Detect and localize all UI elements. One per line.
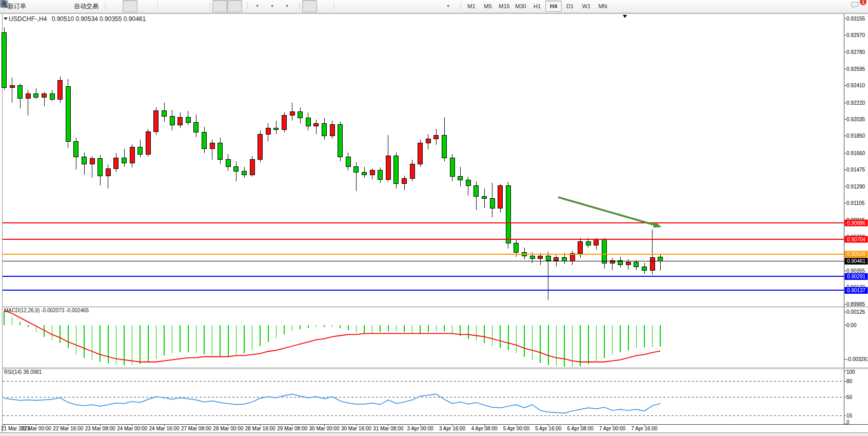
rsi-tick-label: 0	[846, 420, 850, 425]
notifications-button[interactable]: 1	[850, 0, 865, 12]
toolbar-grip[interactable]	[460, 3, 462, 10]
price-tick-label: 0.92410	[846, 83, 865, 88]
line-price-label: 0.90539	[847, 251, 866, 257]
rsi-tick-label: 50	[846, 394, 853, 400]
new-order-label: 新订单	[8, 2, 26, 11]
new-chart-button[interactable]: ▾	[250, 0, 265, 12]
marketplace-button[interactable]	[28, 0, 43, 12]
time-tick-label: 30 Mar 00:00	[309, 426, 340, 431]
time-tick-label: 30 Mar 16:00	[341, 426, 371, 431]
line-price-label: 0.90704	[847, 237, 866, 242]
price-tick-label: 0.91290	[846, 184, 865, 189]
toolbar-group-charttype	[102, 0, 154, 12]
horizontal-line-button[interactable]	[351, 0, 366, 12]
price-tick-label: 0.91850	[846, 133, 865, 139]
chevron-down-icon: ▾	[271, 4, 273, 8]
line-price-label: 0.90461	[847, 258, 866, 264]
candlestick-button[interactable]	[123, 0, 137, 12]
time-tick-label: 5 Apr 00:00	[503, 426, 530, 431]
zoom-in-button[interactable]	[160, 0, 175, 12]
toolbar-grip[interactable]	[209, 3, 211, 10]
bar-chart-button[interactable]	[108, 0, 123, 12]
text-button[interactable]: A	[411, 0, 426, 12]
price-tick-label: 0.92780	[846, 49, 865, 55]
timeframe-button-m1[interactable]: M1	[463, 1, 480, 12]
rsi-tick-label: 100	[846, 369, 855, 375]
vertical-line-button[interactable]	[337, 0, 351, 12]
period-button[interactable]: ▾	[265, 0, 280, 12]
crosshair-button[interactable]	[317, 0, 332, 12]
toolbar-grip[interactable]	[246, 3, 249, 10]
toolbar-grip[interactable]	[299, 3, 301, 10]
timeframe-button-m15[interactable]: M15	[496, 1, 512, 12]
time-tick-label: 23 Mar 08:00	[85, 426, 115, 431]
signals-button[interactable]	[57, 0, 72, 12]
fibonacci-button[interactable]: F	[396, 0, 411, 12]
label-button[interactable]: T	[426, 0, 441, 12]
time-tick-label: 29 Mar 08:00	[277, 426, 307, 431]
toolbar-grip[interactable]	[104, 3, 107, 10]
cursor-button[interactable]	[302, 0, 317, 12]
tile-windows-button[interactable]	[190, 0, 205, 12]
time-tick-label: 5 Apr 16:00	[535, 426, 562, 431]
symbol-dropdown-icon[interactable]	[4, 17, 8, 20]
timeframe-button-d1[interactable]: D1	[562, 1, 578, 12]
toolbar-right: 1	[833, 0, 865, 12]
chart-shift-button[interactable]	[227, 0, 242, 12]
chart-canvas[interactable]: 0.931550.929700.927800.925950.924100.922…	[0, 0, 868, 436]
time-tick-label: 6 Apr 08:00	[567, 426, 594, 431]
line-chart-button[interactable]	[137, 0, 152, 12]
timeframe-button-m30[interactable]: M30	[512, 1, 529, 12]
timeframe-button-h4[interactable]: H4	[545, 1, 562, 12]
toolbar-group-scroll	[206, 0, 244, 12]
toolbar-grip[interactable]	[156, 3, 159, 10]
time-tick-label: 3 Apr 16:00	[439, 426, 466, 431]
toolbar-group-objects: E F A T ▾	[296, 0, 457, 12]
toolbar-separator	[333, 3, 336, 10]
time-tick-label: 28 Mar 00:00	[213, 426, 243, 431]
price-tick-label: 0.93155	[846, 16, 865, 22]
trendline-button[interactable]	[366, 0, 381, 12]
channel-button[interactable]: E	[381, 0, 396, 12]
price-tick-label: 0.90355	[846, 268, 865, 274]
line-price-label: 0.90137	[847, 288, 866, 293]
toolbar-group-zoom	[154, 0, 206, 12]
price-tick-label: 0.91660	[846, 150, 865, 156]
time-tick-label: 3 Apr 00:00	[407, 426, 434, 431]
chevron-down-icon: ▾	[447, 4, 449, 8]
timeframe-toolbar: M1M5M15M30H1H4D1W1MN	[457, 0, 613, 12]
main-toolbar: 新订单 自动交易	[0, 0, 868, 13]
new-order-button[interactable]: 新订单	[6, 0, 28, 12]
chevron-down-icon: ▾	[256, 4, 258, 8]
time-tick-label: 28 Mar 16:00	[245, 426, 275, 431]
template-button[interactable]: ▾	[280, 0, 294, 12]
chevron-down-icon: ▾	[286, 4, 288, 8]
search-icon	[0, 0, 9, 9]
time-tick-label: 7 Apr 00:00	[599, 426, 626, 431]
search-button[interactable]	[833, 0, 848, 12]
auto-scroll-button[interactable]	[212, 0, 227, 12]
timeframe-button-w1[interactable]: W1	[578, 1, 595, 12]
community-button[interactable]	[43, 0, 57, 12]
mt4-window: 新订单 自动交易	[0, 0, 868, 436]
price-tick-label: 0.92035	[846, 117, 865, 122]
price-tick-label: 0.92220	[846, 100, 865, 106]
timeframe-button-mn[interactable]: MN	[595, 1, 611, 12]
rsi-tick-label: 80	[846, 378, 853, 384]
time-tick-label: 4 Apr 08:00	[471, 426, 498, 431]
timeframe-button-h1[interactable]: H1	[529, 1, 545, 12]
macd-tick-label: -0.003261	[846, 356, 868, 362]
time-tick-label: 24 Mar 00:00	[117, 426, 147, 431]
time-axis[interactable]: 21 Mar 202322 Mar 00:0022 Mar 16:0023 Ma…	[1, 425, 658, 431]
price-tick-label: 0.92595	[846, 66, 865, 72]
time-tick-label: 27 Mar 08:00	[181, 426, 211, 431]
notification-badge: 1	[859, 0, 867, 6]
chat-icon	[851, 1, 860, 9]
arrows-tool-button[interactable]: ▾	[441, 0, 456, 12]
auto-trading-button[interactable]: 自动交易	[72, 0, 100, 12]
zoom-out-button[interactable]	[175, 0, 190, 12]
time-tick-label: 24 Mar 16:00	[149, 426, 180, 431]
timeframe-button-m5[interactable]: M5	[480, 1, 496, 12]
line-price-label: 0.90886	[847, 220, 866, 226]
rsi-tick-label: 15	[846, 413, 853, 419]
